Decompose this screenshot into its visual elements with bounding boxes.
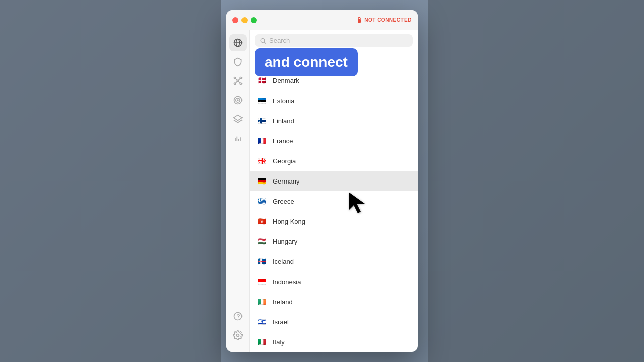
country-item[interactable]: 🇩🇪Germany — [250, 171, 418, 191]
svg-marker-16 — [233, 115, 242, 121]
main-content: ? — [226, 30, 418, 352]
sidebar-item-stats[interactable] — [229, 130, 247, 147]
app-window: NOT CONNECTED — [226, 10, 418, 352]
svg-line-12 — [238, 82, 240, 83]
country-name: Hungary — [273, 238, 297, 245]
svg-point-15 — [237, 100, 238, 101]
country-item[interactable]: 🇭🇺Hungary — [250, 231, 418, 251]
search-input[interactable] — [269, 37, 408, 44]
country-name: Hong Kong — [273, 218, 305, 225]
sidebar-item-layers[interactable] — [229, 111, 247, 128]
svg-line-11 — [235, 82, 237, 83]
sidebar-item-target[interactable] — [229, 92, 247, 109]
country-item[interactable]: 🇮🇱Israel — [250, 312, 418, 332]
country-flag: 🇭🇰 — [256, 215, 268, 227]
help-icon: ? — [233, 311, 243, 321]
country-item[interactable]: 🇮🇪Ireland — [250, 292, 418, 312]
country-flag: 🇮🇹 — [256, 336, 268, 348]
connection-status: NOT CONNECTED — [357, 17, 412, 23]
country-name: Indonesia — [273, 278, 301, 286]
country-name: Germany — [273, 177, 299, 185]
maximize-button[interactable] — [251, 17, 257, 23]
lock-icon — [357, 17, 362, 23]
country-flag: 🇩🇪 — [256, 175, 268, 187]
country-name: Estonia — [273, 97, 294, 105]
country-flag: 🇮🇸 — [256, 255, 268, 267]
sidebar-item-nodes[interactable] — [229, 72, 247, 89]
country-name: Denmark — [273, 77, 299, 84]
country-item[interactable]: 🇫🇮Finland — [250, 111, 418, 131]
country-flag: 🇫🇮 — [256, 115, 268, 127]
country-name: Italy — [273, 338, 285, 346]
country-item[interactable]: 🇪🇪Estonia — [250, 90, 418, 111]
country-name: Iceland — [273, 258, 294, 265]
country-list[interactable]: 🇭🇷Croatia🇨🇾Cyprus🇨🇿Czech Republic🇩🇰Denma… — [250, 51, 418, 352]
country-item[interactable]: 🇮🇸Iceland — [250, 251, 418, 272]
nodes-icon — [233, 76, 243, 86]
country-item[interactable]: 🇬🇷Greece — [250, 191, 418, 211]
svg-line-9 — [235, 79, 237, 80]
stats-icon — [233, 133, 243, 143]
tooltip-overlay: and connect — [255, 48, 358, 76]
country-item[interactable]: 🇭🇰Hong Kong — [250, 211, 418, 231]
sidebar-item-shield[interactable] — [229, 53, 247, 70]
country-name: Ireland — [273, 298, 293, 306]
country-flag: 🇬🇷 — [256, 195, 268, 207]
svg-point-23 — [236, 334, 239, 337]
svg-point-5 — [234, 77, 235, 79]
country-flag: 🇮🇱 — [256, 316, 268, 328]
country-name: Israel — [273, 318, 289, 326]
sidebar-item-globe[interactable] — [229, 34, 247, 51]
country-flag: 🇮🇩 — [256, 276, 268, 288]
outer-background: NOT CONNECTED — [0, 0, 644, 362]
search-input-wrap[interactable] — [255, 34, 413, 47]
title-bar: NOT CONNECTED — [226, 10, 418, 30]
svg-point-24 — [261, 38, 265, 42]
svg-line-25 — [264, 42, 266, 43]
country-flag: 🇬🇪 — [256, 155, 268, 167]
target-icon — [233, 95, 243, 105]
shield-icon — [233, 57, 243, 67]
search-icon — [260, 37, 266, 44]
layers-icon — [233, 114, 243, 124]
country-name: Finland — [273, 117, 294, 125]
sidebar-item-settings[interactable] — [229, 327, 247, 344]
country-item[interactable]: 🇮🇩Indonesia — [250, 272, 418, 292]
svg-text:?: ? — [236, 313, 240, 319]
right-panel: and connect 🇭🇷Croatia🇨🇾Cyprus🇨🇿Czech Rep… — [250, 30, 418, 352]
svg-point-6 — [240, 77, 242, 79]
country-flag: 🇫🇷 — [256, 135, 268, 147]
country-item[interactable]: 🇫🇷France — [250, 131, 418, 151]
country-flag: 🇮🇪 — [256, 296, 268, 308]
globe-icon — [233, 38, 243, 48]
country-flag: 🇪🇪 — [256, 95, 268, 107]
minimize-button[interactable] — [242, 17, 248, 23]
country-flag: 🇭🇺 — [256, 235, 268, 247]
svg-point-4 — [237, 80, 238, 81]
traffic-lights — [232, 17, 257, 23]
svg-point-8 — [240, 83, 242, 84]
svg-point-7 — [234, 83, 235, 84]
country-name: France — [273, 137, 293, 145]
svg-line-10 — [238, 79, 240, 80]
svg-rect-0 — [358, 19, 361, 23]
settings-icon — [233, 330, 243, 340]
close-button[interactable] — [232, 17, 238, 23]
sidebar-bottom: ? — [229, 308, 247, 348]
country-item[interactable]: 🇮🇹Italy — [250, 332, 418, 352]
country-name: Greece — [273, 198, 294, 205]
sidebar: ? — [226, 30, 250, 352]
country-item[interactable]: 🇬🇪Georgia — [250, 151, 418, 171]
sidebar-item-help[interactable]: ? — [229, 308, 247, 325]
country-name: Georgia — [273, 157, 296, 165]
